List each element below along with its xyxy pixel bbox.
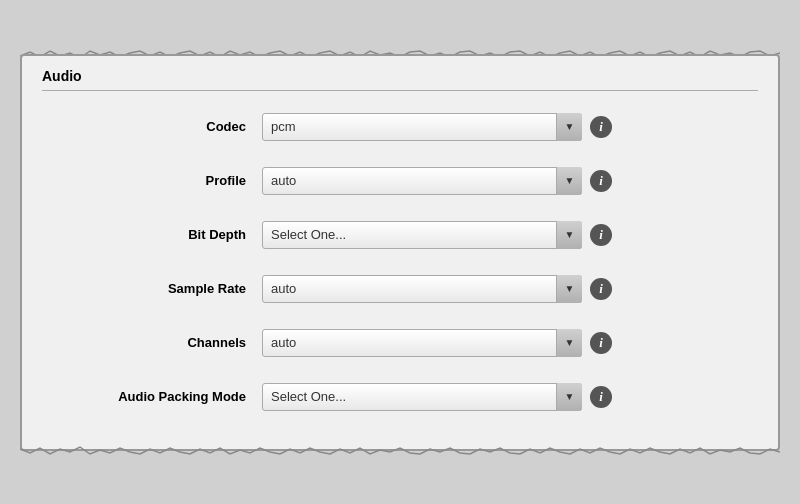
sample-rate-control-wrapper: auto 22050 44100 48000 ▼ i: [262, 275, 758, 303]
channels-control-wrapper: auto 1 2 5.1 ▼ i: [262, 329, 758, 357]
sample-rate-label: Sample Rate: [42, 281, 262, 296]
sample-rate-select[interactable]: auto 22050 44100 48000: [262, 275, 582, 303]
bit-depth-select[interactable]: Select One... 8 16 24 32: [262, 221, 582, 249]
codec-select[interactable]: pcm aac mp3 ac3: [262, 113, 582, 141]
channels-select[interactable]: auto 1 2 5.1: [262, 329, 582, 357]
audio-packing-mode-row: Audio Packing Mode Select One... normal …: [42, 375, 758, 419]
sample-rate-select-wrapper: auto 22050 44100 48000 ▼: [262, 275, 582, 303]
bit-depth-row: Bit Depth Select One... 8 16 24 32 ▼ i: [42, 213, 758, 257]
channels-info-icon[interactable]: i: [590, 332, 612, 354]
audio-packing-mode-label: Audio Packing Mode: [42, 389, 262, 404]
bit-depth-control-wrapper: Select One... 8 16 24 32 ▼ i: [262, 221, 758, 249]
bit-depth-select-wrapper: Select One... 8 16 24 32 ▼: [262, 221, 582, 249]
profile-label: Profile: [42, 173, 262, 188]
codec-row: Codec pcm aac mp3 ac3 ▼ i: [42, 105, 758, 149]
channels-label: Channels: [42, 335, 262, 350]
profile-row: Profile auto baseline main high ▼ i: [42, 159, 758, 203]
channels-row: Channels auto 1 2 5.1 ▼ i: [42, 321, 758, 365]
sample-rate-info-icon[interactable]: i: [590, 278, 612, 300]
channels-select-wrapper: auto 1 2 5.1 ▼: [262, 329, 582, 357]
audio-packing-mode-info-icon[interactable]: i: [590, 386, 612, 408]
audio-packing-mode-select[interactable]: Select One... normal packed: [262, 383, 582, 411]
audio-packing-mode-control-wrapper: Select One... normal packed ▼ i: [262, 383, 758, 411]
audio-panel: Audio Codec pcm aac mp3 ac3 ▼ i Profile: [20, 54, 780, 451]
audio-packing-mode-select-wrapper: Select One... normal packed ▼: [262, 383, 582, 411]
codec-control-wrapper: pcm aac mp3 ac3 ▼ i: [262, 113, 758, 141]
profile-info-icon[interactable]: i: [590, 170, 612, 192]
profile-control-wrapper: auto baseline main high ▼ i: [262, 167, 758, 195]
bit-depth-label: Bit Depth: [42, 227, 262, 242]
codec-info-icon[interactable]: i: [590, 116, 612, 138]
codec-label: Codec: [42, 119, 262, 134]
codec-select-wrapper: pcm aac mp3 ac3 ▼: [262, 113, 582, 141]
profile-select-wrapper: auto baseline main high ▼: [262, 167, 582, 195]
bit-depth-info-icon[interactable]: i: [590, 224, 612, 246]
panel-title: Audio: [42, 68, 758, 91]
sample-rate-row: Sample Rate auto 22050 44100 48000 ▼ i: [42, 267, 758, 311]
profile-select[interactable]: auto baseline main high: [262, 167, 582, 195]
